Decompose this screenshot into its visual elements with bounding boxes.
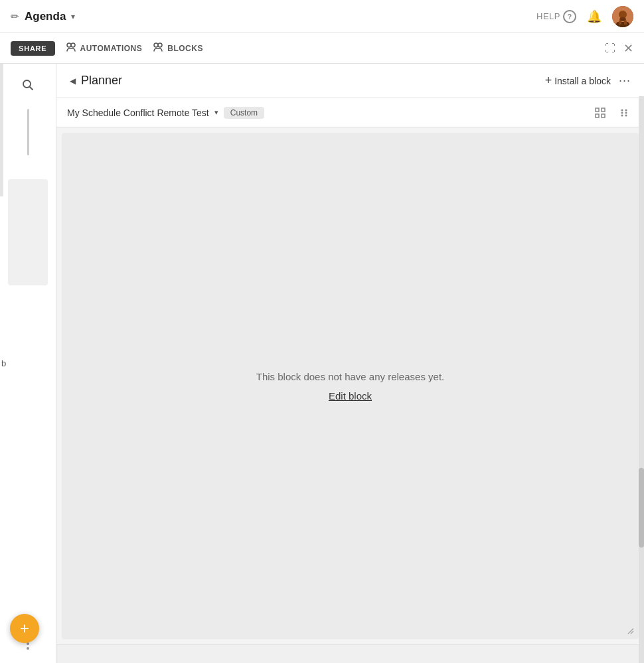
panel-title: Planner	[81, 74, 122, 88]
expand-icon[interactable]: ⛶	[605, 42, 615, 54]
chevron-down-icon[interactable]: ▾	[71, 12, 75, 21]
svg-line-23	[631, 631, 633, 634]
svg-point-21	[625, 114, 627, 116]
panel: ◀ Planner + Install a block ··· My Sched…	[56, 64, 644, 663]
svg-point-8	[154, 43, 158, 47]
panel-more-button[interactable]: ···	[619, 74, 631, 88]
panel-header: ◀ Planner + Install a block ···	[56, 64, 644, 98]
svg-rect-12	[596, 108, 599, 111]
collapse-icon[interactable]: ◀	[70, 76, 76, 86]
svg-line-11	[30, 87, 33, 90]
top-bar: ✏ Agenda ▾ Help ? 🔔	[0, 0, 644, 33]
scrollbar-thumb[interactable]	[639, 468, 644, 548]
svg-point-6	[67, 43, 71, 47]
svg-rect-13	[602, 108, 605, 111]
fab-add-button[interactable]: +	[10, 614, 39, 643]
resize-handle[interactable]	[627, 627, 635, 635]
svg-rect-15	[602, 114, 605, 117]
blocks-label: Blocks	[167, 44, 203, 53]
sidebar-resize-handle[interactable]	[27, 109, 29, 155]
avatar-image	[612, 6, 633, 27]
edit-block-link[interactable]: Edit block	[329, 390, 372, 402]
share-button[interactable]: Share	[11, 41, 55, 56]
second-bar: Share Automations Blocks ⛶ ✕	[0, 33, 644, 64]
block-header-left: My Schedule Conflict Remote Test ▾ Custo…	[67, 107, 264, 119]
svg-point-5	[619, 17, 626, 21]
search-button[interactable]	[15, 72, 41, 98]
left-bar	[0, 64, 3, 196]
block-dropdown-icon[interactable]: ▾	[214, 108, 218, 117]
edit-icon: ✏	[11, 11, 19, 23]
custom-badge: Custom	[224, 107, 264, 119]
main-layout: ◀ Planner + Install a block ··· My Sched…	[0, 64, 644, 663]
sidebar	[0, 64, 56, 663]
block-header: My Schedule Conflict Remote Test ▾ Custo…	[56, 98, 644, 127]
help-circle-icon: ?	[563, 10, 576, 23]
sidebar-partial-label: b	[1, 358, 6, 368]
app-title: Agenda	[25, 10, 66, 23]
block-content-area: This block does not have any releases ye…	[62, 133, 639, 639]
no-releases-text: This block does not have any releases ye…	[256, 371, 445, 382]
svg-point-17	[621, 111, 623, 113]
automations-label: Automations	[80, 44, 143, 53]
sidebar-collapsed-item	[8, 179, 48, 285]
svg-point-7	[71, 43, 75, 47]
top-bar-left: ✏ Agenda ▾	[11, 10, 75, 23]
svg-point-16	[621, 109, 623, 111]
plus-icon: +	[545, 74, 552, 88]
close-icon[interactable]: ✕	[623, 41, 633, 56]
svg-rect-14	[596, 114, 599, 117]
svg-point-18	[621, 114, 623, 116]
scrollbar-track	[639, 96, 644, 663]
block-name: My Schedule Conflict Remote Test	[67, 108, 209, 118]
svg-point-9	[158, 43, 162, 47]
svg-line-22	[628, 628, 633, 634]
help-label: Help	[536, 11, 560, 21]
svg-point-20	[625, 111, 627, 113]
top-bar-right: Help ? 🔔	[536, 6, 633, 27]
blocks-icon	[153, 42, 163, 54]
help-button[interactable]: Help ?	[536, 10, 576, 23]
automations-nav[interactable]: Automations	[66, 42, 143, 54]
panel-header-left: ◀ Planner	[70, 74, 122, 88]
block-grid-button[interactable]	[615, 104, 633, 122]
block-expand-button[interactable]	[591, 104, 609, 122]
bottom-hint-panel	[56, 644, 644, 663]
block-header-right	[591, 104, 633, 122]
svg-rect-3	[619, 21, 621, 25]
svg-rect-4	[624, 21, 627, 25]
install-block-button[interactable]: + Install a block	[545, 74, 611, 88]
automations-icon	[66, 42, 76, 54]
svg-point-19	[625, 109, 627, 111]
panel-header-right: + Install a block ···	[545, 74, 631, 88]
svg-rect-2	[616, 22, 629, 27]
blocks-nav[interactable]: Blocks	[153, 42, 203, 54]
fab-plus-icon: +	[20, 619, 29, 638]
install-block-label: Install a block	[554, 76, 611, 86]
avatar[interactable]	[612, 6, 633, 27]
bell-icon[interactable]: 🔔	[587, 9, 602, 24]
